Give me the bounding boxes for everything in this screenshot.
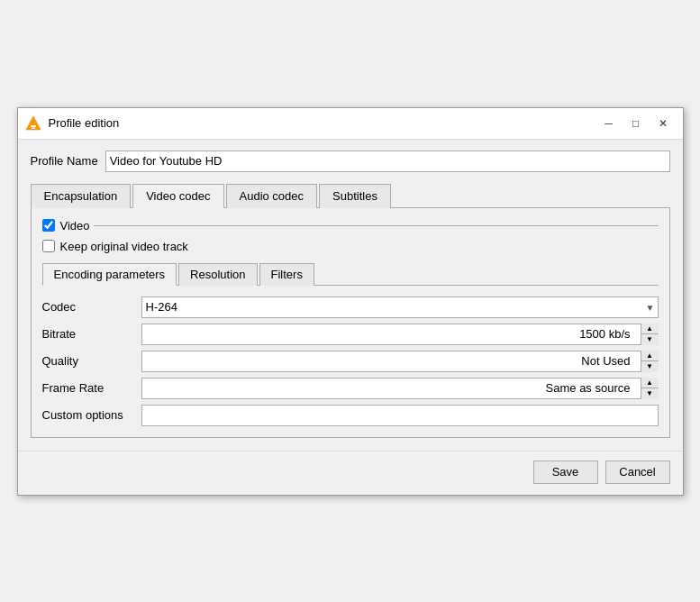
custom-options-input[interactable] <box>141 405 659 426</box>
profile-name-input[interactable] <box>105 150 670 172</box>
minimize-button[interactable]: ─ <box>596 114 622 133</box>
quality-spin-wrapper: ▲ ▼ <box>141 351 659 372</box>
keep-original-checkbox[interactable] <box>42 240 55 252</box>
keep-original-row: Keep original video track <box>42 240 659 253</box>
main-tabs: Encapsulation Video codec Audio codec Su… <box>31 183 670 208</box>
quality-input[interactable] <box>141 351 659 372</box>
save-button[interactable]: Save <box>533 461 598 484</box>
frame-rate-row: Frame Rate ▲ ▼ <box>42 378 659 399</box>
codec-select[interactable]: H-264 H-265 MPEG-4 MPEG-2 VP8 VP9 Theora <box>141 296 659 318</box>
profile-name-label: Profile Name <box>31 154 98 168</box>
bitrate-input[interactable] <box>141 324 659 345</box>
frame-rate-label: Frame Rate <box>42 381 141 395</box>
tab-audio-codec[interactable]: Audio codec <box>226 184 318 208</box>
sub-tab-encoding[interactable]: Encoding parameters <box>42 263 177 286</box>
quality-label: Quality <box>42 354 141 368</box>
sub-tabs: Encoding parameters Resolution Filters <box>42 262 659 286</box>
quality-spin-buttons: ▲ ▼ <box>641 351 659 372</box>
bitrate-control: ▲ ▼ <box>141 324 659 345</box>
quality-up-button[interactable]: ▲ <box>641 351 659 362</box>
svg-rect-1 <box>31 125 36 127</box>
keep-original-label: Keep original video track <box>60 240 188 253</box>
dialog-body: Profile Name Encapsulation Video codec A… <box>18 140 683 451</box>
section-divider <box>94 225 659 226</box>
video-checkbox[interactable] <box>42 219 55 232</box>
sub-tab-resolution[interactable]: Resolution <box>178 263 257 286</box>
video-section-label: Video <box>60 219 90 233</box>
bitrate-spin-wrapper: ▲ ▼ <box>141 324 659 345</box>
tab-subtitles[interactable]: Subtitles <box>319 184 391 208</box>
codec-row: Codec H-264 H-265 MPEG-4 MPEG-2 VP8 VP9 … <box>42 296 659 318</box>
profile-name-row: Profile Name <box>31 150 670 172</box>
codec-control: H-264 H-265 MPEG-4 MPEG-2 VP8 VP9 Theora <box>141 296 659 318</box>
custom-options-label: Custom options <box>42 408 141 422</box>
tab-video-codec[interactable]: Video codec <box>132 184 223 208</box>
svg-rect-2 <box>32 127 35 129</box>
frame-rate-spin-buttons: ▲ ▼ <box>641 378 659 399</box>
codec-select-wrapper: H-264 H-265 MPEG-4 MPEG-2 VP8 VP9 Theora <box>141 296 659 318</box>
bitrate-row: Bitrate ▲ ▼ <box>42 324 659 345</box>
codec-label: Codec <box>42 300 141 314</box>
encoding-form: Codec H-264 H-265 MPEG-4 MPEG-2 VP8 VP9 … <box>42 296 659 426</box>
frame-rate-input[interactable] <box>141 378 659 399</box>
vlc-icon <box>25 115 41 132</box>
dialog-title: Profile edition <box>49 116 596 130</box>
quality-down-button[interactable]: ▼ <box>641 361 659 372</box>
frame-rate-spin-wrapper: ▲ ▼ <box>141 378 659 399</box>
bitrate-spin-buttons: ▲ ▼ <box>641 324 659 345</box>
maximize-button[interactable]: □ <box>623 114 649 133</box>
profile-edition-dialog: Profile edition ─ □ ✕ Profile Name Encap… <box>17 107 684 496</box>
close-button[interactable]: ✕ <box>650 114 676 133</box>
frame-rate-up-button[interactable]: ▲ <box>641 378 659 389</box>
custom-options-control <box>141 405 659 426</box>
quality-control: ▲ ▼ <box>141 351 659 372</box>
quality-row: Quality ▲ ▼ <box>42 351 659 372</box>
video-section-header: Video <box>42 219 659 233</box>
dialog-footer: Save Cancel <box>18 451 683 495</box>
sub-tab-filters[interactable]: Filters <box>259 263 314 286</box>
frame-rate-control: ▲ ▼ <box>141 378 659 399</box>
tab-encapsulation[interactable]: Encapsulation <box>31 184 132 208</box>
custom-options-row: Custom options <box>42 405 659 426</box>
frame-rate-down-button[interactable]: ▼ <box>641 388 659 399</box>
bitrate-label: Bitrate <box>42 327 141 341</box>
bitrate-up-button[interactable]: ▲ <box>641 324 659 335</box>
cancel-button[interactable]: Cancel <box>605 461 670 484</box>
bitrate-down-button[interactable]: ▼ <box>641 334 659 345</box>
tab-content-video-codec: Video Keep original video track Encoding… <box>31 208 670 438</box>
title-bar: Profile edition ─ □ ✕ <box>18 108 683 140</box>
window-controls: ─ □ ✕ <box>596 114 676 133</box>
